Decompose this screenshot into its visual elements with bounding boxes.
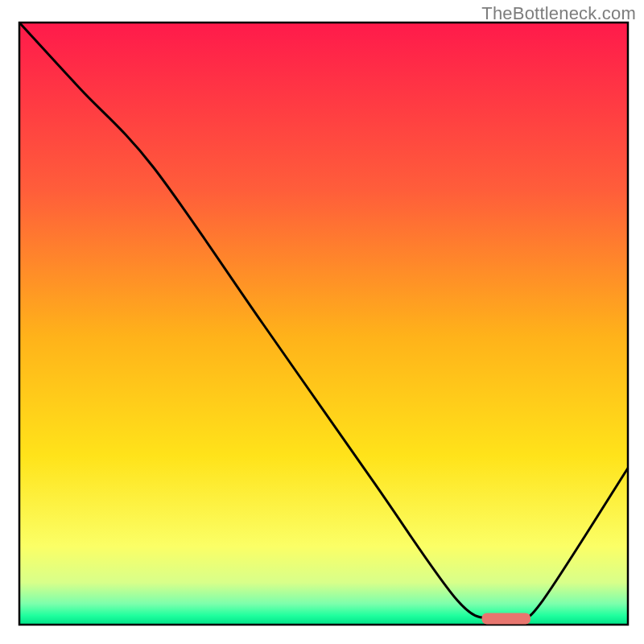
chart-svg [0,0,644,644]
optimum-marker [482,613,530,625]
plot-background [19,23,628,625]
